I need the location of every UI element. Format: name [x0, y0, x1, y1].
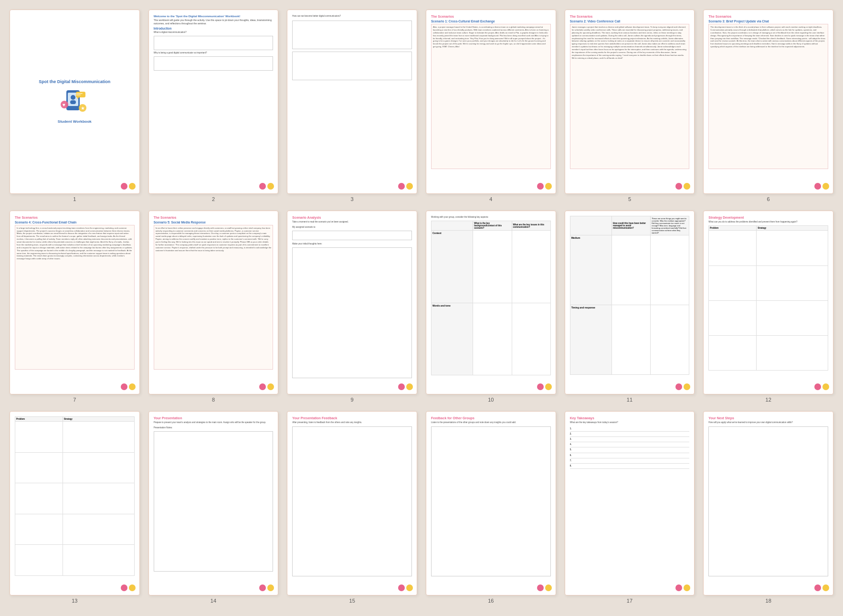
- page-number-18: 18: [766, 598, 771, 604]
- page-15-intro: After presenting, listen to feedback fro…: [292, 421, 412, 425]
- page-3-wrapper: How can we become better digital communi…: [287, 10, 417, 202]
- page-6-heading: The Scenarios: [708, 15, 828, 18]
- page-7-subheading: Scenario 4: Cross-Functional Email Chain: [15, 221, 135, 224]
- page-2-q1-label: What is digital miscommunication?: [154, 31, 274, 34]
- svg-text:★: ★: [81, 106, 85, 111]
- page-1: Spot the Digital Miscommunication ♥: [10, 10, 140, 194]
- page-10-row2-col2: [512, 303, 550, 375]
- page-10-row2-label: Words and tone: [431, 303, 473, 375]
- page-10-table: What is the key background/context of th…: [431, 221, 551, 375]
- page-4-heading: The Scenarios: [431, 15, 551, 18]
- page-10-intro: Working with your group, consider the fo…: [431, 216, 551, 219]
- page-12: Strategy Development What can you do to …: [703, 211, 833, 395]
- svg-rect-6: [76, 93, 83, 94]
- page-4-body: Alex, a project manager based in the Uni…: [431, 24, 551, 169]
- page-2: Welcome to the 'Spot the Digital Miscomm…: [148, 10, 279, 194]
- page-5-heading: The Scenarios: [570, 15, 690, 18]
- page-10-row2-col1: [473, 303, 512, 375]
- page-11-wrapper: How could this have been better managed …: [565, 211, 695, 403]
- page-6-subheading: Scenario 3: Brief Project Update via Cha…: [708, 20, 828, 23]
- page-2-heading: Welcome to the 'Spot the Digital Miscomm…: [154, 15, 274, 18]
- page-number-14: 14: [211, 598, 216, 604]
- svg-rect-3: [70, 100, 76, 104]
- page-8-subheading: Scenario 5: Social Media Response: [154, 221, 274, 224]
- page-7-wrapper: The Scenarios Scenario 4: Cross-Function…: [10, 211, 140, 403]
- page-number-10: 10: [488, 397, 494, 403]
- page-number-2: 2: [212, 196, 215, 202]
- page-11-col2-header: These are some things you might want to …: [651, 216, 689, 235]
- page-16-wrapper: Feedback for Other Groups Listen to the …: [426, 411, 556, 604]
- cover-subtitle: Student Workbook: [58, 119, 92, 124]
- page-11-row2-label: Timing and response: [570, 305, 611, 375]
- page-9-notes-box: [292, 247, 412, 378]
- page-11-table: How could this have been better managed …: [570, 216, 690, 375]
- page-18-wrapper: Your Next Steps How will you apply what …: [703, 411, 833, 604]
- page-12-col1: Problem: [709, 226, 757, 231]
- page-8: The Scenarios Scenario 5: Social Media R…: [148, 211, 279, 395]
- takeaway-1: [570, 426, 690, 432]
- page-11-row2-col2: [651, 305, 689, 375]
- page-10-row1-col1: [473, 231, 512, 303]
- page-4-wrapper: The Scenarios Scenario 1: Cross-Cultural…: [426, 10, 556, 202]
- page-6: The Scenarios Scenario 3: Brief Project …: [703, 10, 833, 194]
- page-3-box2: [292, 52, 412, 80]
- page-number-16: 16: [488, 598, 494, 604]
- page-4-subheading: Scenario 1: Cross-Cultural Email Exchang…: [431, 20, 551, 23]
- page-11: How could this have been better managed …: [565, 211, 695, 395]
- page-11-row-header: [570, 216, 611, 235]
- page-7-body: In a large technology firm, a cross-func…: [15, 225, 135, 370]
- page-12-wrapper: Strategy Development What can you do to …: [703, 211, 833, 403]
- page-10-col1-header: What is the key background/context of th…: [473, 221, 512, 231]
- page-18-intro: How will you apply what we've learned to…: [708, 421, 828, 425]
- page-12-col2: Strategy: [757, 226, 828, 231]
- page-8-wrapper: The Scenarios Scenario 5: Social Media R…: [148, 211, 279, 403]
- page-3: How can we become better digital communi…: [287, 10, 417, 194]
- page-2-q1-box: [154, 36, 274, 50]
- page-17: Key Takeaways What are the key takeaways…: [565, 411, 695, 595]
- takeaway-4: [570, 442, 690, 447]
- page-number-5: 5: [628, 196, 631, 202]
- page-9-assigned-box: [292, 231, 412, 240]
- takeaway-7: [570, 458, 690, 464]
- page-2-q2-box: [154, 56, 274, 71]
- page-number-17: 17: [627, 598, 632, 604]
- page-12-table: Problem Strategy: [708, 225, 828, 371]
- page-10-col1: [431, 221, 473, 231]
- page-number-6: 6: [767, 196, 770, 202]
- page-number-7: 7: [73, 397, 76, 403]
- cover-decoration: [121, 183, 136, 190]
- page-14-heading: Your Presentation: [154, 416, 274, 420]
- takeaway-2: [570, 432, 690, 437]
- page-1-wrapper: Spot the Digital Miscommunication ♥: [10, 10, 140, 202]
- svg-point-2: [71, 95, 75, 100]
- page-7: The Scenarios Scenario 4: Cross-Function…: [10, 211, 140, 395]
- page-5-wrapper: The Scenarios Scenario 2: Video Conferen…: [565, 10, 695, 202]
- page-10-wrapper: Working with your group, consider the fo…: [426, 211, 556, 403]
- page-13-table: Problem Strategy: [15, 416, 135, 576]
- page-2-section: Introduction: [154, 27, 274, 30]
- svg-rect-7: [76, 95, 81, 96]
- page-number-12: 12: [766, 397, 771, 403]
- page-11-row1-col2: [651, 235, 689, 305]
- page-15-heading: Your Presentation Feedback: [292, 416, 412, 420]
- page-9-notes-label: Make your initial thoughts here:: [292, 243, 412, 246]
- page-11-row2-col1: [612, 305, 651, 375]
- page-number-4: 4: [489, 196, 492, 202]
- takeaway-8: [570, 464, 690, 469]
- page-18: Your Next Steps How will you apply what …: [703, 411, 833, 595]
- page-14-intro: Prepare to present your team's analysis …: [154, 421, 274, 425]
- page-13: Problem Strategy: [10, 411, 140, 595]
- takeaway-3: [570, 437, 690, 442]
- page-10: Working with your group, consider the fo…: [426, 211, 556, 395]
- page-17-list: [570, 426, 690, 469]
- page-9-intro: Take a moment to read the scenario you'v…: [292, 221, 412, 224]
- page-10-row1-col2: [512, 231, 550, 303]
- page-16-heading: Feedback for Other Groups: [431, 416, 551, 420]
- page-4: The Scenarios Scenario 1: Cross-Cultural…: [426, 10, 556, 194]
- page-16-intro: Listen to the presentations of the other…: [431, 421, 551, 425]
- page-14-box: [154, 431, 274, 572]
- page-13-col2: Strategy: [63, 417, 134, 422]
- page-17-intro: What are the key takeaways from today's …: [570, 421, 690, 425]
- page-16-box: [431, 426, 551, 576]
- page-10-col2-header: What are the key issues in this communic…: [512, 221, 550, 231]
